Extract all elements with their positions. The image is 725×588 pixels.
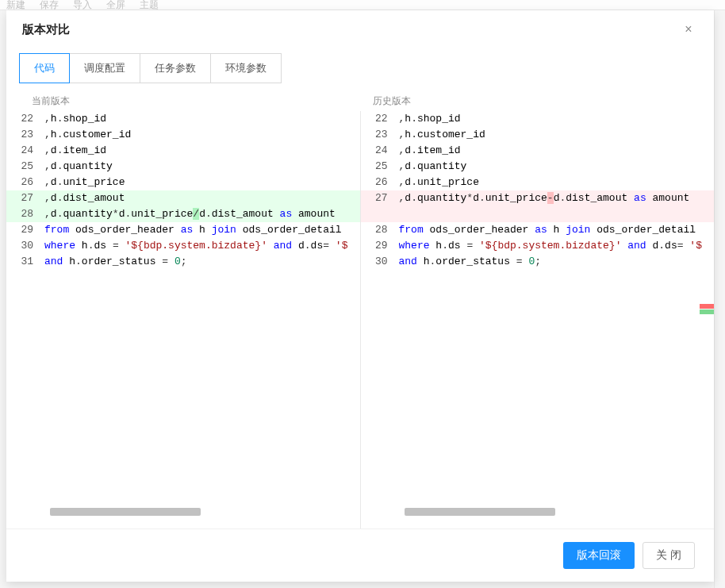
code-line: 23,h.customer_id (361, 127, 715, 143)
bg-left-panel (0, 10, 6, 588)
editor-toolbar: 新建 保存 导入 全屏 主题 (0, 0, 725, 10)
line-number: 31 (6, 254, 44, 270)
code-text: from ods_order_header as h join ods_orde… (44, 222, 360, 238)
current-version-label: 当前版本 (19, 94, 360, 108)
diff-left-pane: 22,h.shop_id23,h.customer_id24,d.item_id… (6, 111, 360, 528)
code-line (361, 206, 715, 222)
close-button[interactable]: 关闭 (643, 542, 695, 569)
code-text: and h.order_status = 0; (44, 254, 360, 270)
code-text: ,d.dist_amout (44, 190, 360, 206)
code-line: 31and h.order_status = 0; (6, 254, 360, 270)
line-number: 25 (361, 159, 399, 175)
tab-bar: 代码调度配置任务参数环境参数 (6, 53, 714, 83)
close-icon[interactable]: × (679, 20, 698, 39)
line-number: 29 (6, 222, 44, 238)
diff-labels: 当前版本 历史版本 (6, 94, 714, 108)
line-number: 27 (361, 190, 399, 206)
code-line: 22,h.shop_id (6, 111, 360, 127)
code-block-left[interactable]: 22,h.shop_id23,h.customer_id24,d.item_id… (6, 111, 360, 528)
code-text: ,h.customer_id (44, 127, 360, 143)
code-line: 27,d.quantity*d.unit_price-d.dist_amout … (361, 190, 715, 206)
code-text: from ods_order_header as h join ods_orde… (399, 222, 715, 238)
bg-right-panel (714, 10, 725, 588)
code-line: 25,d.quantity (6, 159, 360, 175)
tab-envparams[interactable]: 环境参数 (211, 53, 282, 83)
code-line: 30where h.ds = '${bdp.system.bizdate}' a… (6, 238, 360, 254)
line-number: 22 (6, 111, 44, 127)
code-text: ,d.item_id (44, 143, 360, 159)
line-number: 25 (6, 159, 44, 175)
line-number: 26 (361, 175, 399, 190)
code-text: ,d.unit_price (399, 175, 715, 190)
code-line: 29where h.ds = '${bdp.system.bizdate}' a… (361, 238, 715, 254)
diff-right-pane: 22,h.shop_id23,h.customer_id24,d.item_id… (360, 111, 715, 528)
code-line: 25,d.quantity (361, 159, 715, 175)
horizontal-scrollbar[interactable] (50, 508, 201, 516)
minimap-mark-add (700, 309, 714, 314)
line-number: 24 (6, 143, 44, 159)
code-text: ,d.quantity*d.unit_price-d.dist_amout as… (399, 190, 715, 206)
code-line: 28from ods_order_header as h join ods_or… (361, 222, 715, 238)
code-text: ,d.quantity*d.unit_price/d.dist_amout as… (44, 206, 360, 222)
code-line: 27,d.dist_amout (6, 190, 360, 206)
history-version-label: 历史版本 (360, 94, 701, 108)
code-line: 22,h.shop_id (361, 111, 715, 127)
code-line: 26,d.unit_price (361, 175, 715, 190)
line-number (361, 206, 399, 222)
code-text: ,d.unit_price (44, 175, 360, 190)
version-compare-modal: 版本对比 × 代码调度配置任务参数环境参数 当前版本 历史版本 22,h.sho… (6, 10, 714, 582)
line-number: 28 (361, 222, 399, 238)
line-number: 24 (361, 143, 399, 159)
line-number: 23 (361, 127, 399, 143)
toolbar-save[interactable]: 保存 (40, 0, 59, 10)
code-text: and h.order_status = 0; (399, 254, 715, 270)
modal-title: 版本对比 (22, 22, 70, 37)
code-text: where h.ds = '${bdp.system.bizdate}' and… (399, 238, 715, 254)
code-line: 30and h.order_status = 0; (361, 254, 715, 270)
tab-taskparams[interactable]: 任务参数 (140, 53, 211, 83)
code-line: 24,d.item_id (361, 143, 715, 159)
tab-schedule[interactable]: 调度配置 (70, 53, 140, 83)
code-block-right[interactable]: 22,h.shop_id23,h.customer_id24,d.item_id… (361, 111, 715, 528)
line-number: 26 (6, 175, 44, 190)
line-number: 22 (361, 111, 399, 127)
line-number: 29 (361, 238, 399, 254)
code-text: ,d.item_id (399, 143, 715, 159)
toolbar-fullscreen[interactable]: 全屏 (106, 0, 125, 10)
code-line: 29from ods_order_header as h join ods_or… (6, 222, 360, 238)
code-line: 26,d.unit_price (6, 175, 360, 190)
line-number: 30 (361, 254, 399, 270)
line-number: 27 (6, 190, 44, 206)
code-text: ,d.quantity (44, 159, 360, 175)
code-line: 24,d.item_id (6, 143, 360, 159)
horizontal-scrollbar[interactable] (405, 508, 555, 516)
diff-container: 22,h.shop_id23,h.customer_id24,d.item_id… (6, 111, 714, 528)
line-number: 28 (6, 206, 44, 222)
diff-minimap[interactable] (700, 115, 714, 516)
code-text: where h.ds = '${bdp.system.bizdate}' and… (44, 238, 360, 254)
code-text (399, 206, 715, 222)
toolbar-import[interactable]: 导入 (73, 0, 92, 10)
tab-code[interactable]: 代码 (19, 53, 70, 83)
code-text: ,d.quantity (399, 159, 715, 175)
code-text: ,h.shop_id (44, 111, 360, 127)
modal-header: 版本对比 × (6, 10, 714, 48)
code-line: 28,d.quantity*d.unit_price/d.dist_amout … (6, 206, 360, 222)
line-number: 30 (6, 238, 44, 254)
modal-footer: 版本回滚 关闭 (6, 528, 714, 582)
toolbar-new[interactable]: 新建 (6, 0, 25, 10)
line-number: 23 (6, 127, 44, 143)
code-line: 23,h.customer_id (6, 127, 360, 143)
minimap-mark-del (700, 304, 714, 309)
code-text: ,h.shop_id (399, 111, 715, 127)
rollback-button[interactable]: 版本回滚 (563, 542, 635, 569)
code-text: ,h.customer_id (399, 127, 715, 143)
toolbar-theme[interactable]: 主题 (140, 0, 159, 10)
